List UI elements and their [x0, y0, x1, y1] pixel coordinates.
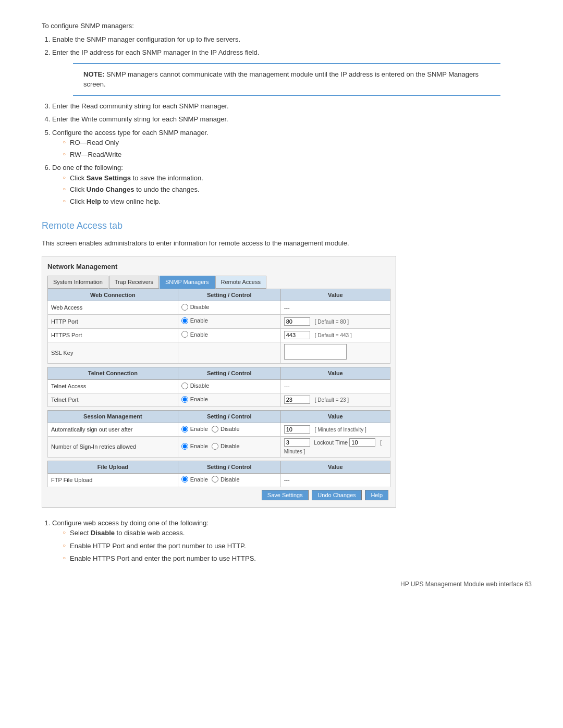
https-port-input[interactable]: [284, 331, 310, 339]
http-port-row: HTTP Port Enable [ Default = 80 ]: [48, 315, 390, 328]
step-2: Enter the IP address for each SNMP manag…: [52, 47, 532, 58]
tab-system-information[interactable]: System Information: [47, 276, 108, 289]
file-upload-col-value-header: Value: [280, 461, 390, 474]
panel-title: Network Management: [47, 262, 390, 272]
step6-sub-2: Click Undo Changes to undo the changes.: [63, 184, 532, 195]
ftp-upload-disable-radio[interactable]: [212, 476, 218, 483]
https-port-enable-radio[interactable]: [181, 331, 188, 338]
auto-signout-disable-radio[interactable]: [212, 426, 218, 433]
session-management-table: Session Management Setting / Control Val…: [47, 410, 390, 458]
ssl-key-textarea[interactable]: [284, 344, 347, 360]
section-description: This screen enables administrators to en…: [42, 238, 532, 249]
bottom-sub-list: Select Disable to disable web access. En…: [63, 528, 532, 564]
https-port-default: [ Default = 443 ]: [315, 332, 352, 338]
ftp-upload-setting: Enable Disable: [178, 473, 280, 487]
save-settings-button[interactable]: Save Settings: [262, 490, 309, 500]
ssl-key-row: SSL Key: [48, 342, 390, 364]
signin-retries-row: Number of Sign-In retries allowed Enable…: [48, 437, 390, 458]
auto-signout-input[interactable]: [284, 425, 310, 434]
telnet-col-setting-header: Setting / Control: [178, 367, 280, 380]
file-upload-col-setting-header: Setting / Control: [178, 461, 280, 474]
http-port-label: HTTP Port: [48, 315, 178, 328]
page-footer: HP UPS Management Module web interface 6…: [42, 579, 532, 589]
step-5: Configure the access type for each SNMP …: [52, 128, 532, 160]
bottom-step-1: Configure web access by doing one of the…: [52, 518, 532, 564]
auto-signout-hint: [ Minutes of Inactivity ]: [315, 427, 366, 433]
https-port-value: [ Default = 443 ]: [280, 328, 390, 342]
telnet-port-value: [ Default = 23 ]: [280, 393, 390, 407]
step-6: Do one of the following: Click Save Sett…: [52, 163, 532, 206]
ssl-key-label: SSL Key: [48, 342, 178, 364]
signin-retries-setting: Enable Disable: [178, 437, 280, 458]
auto-signout-label: Automatically sign out user after: [48, 423, 178, 436]
web-connection-table: Web Connection Setting / Control Value W…: [47, 289, 390, 364]
telnet-port-enable-radio[interactable]: [181, 396, 188, 403]
button-row: Save Settings Undo Changes Help: [47, 487, 390, 502]
telnet-access-disable-radio[interactable]: [181, 382, 188, 389]
ssl-key-value: [280, 342, 390, 364]
col-value-header: Value: [280, 289, 390, 301]
file-upload-table: File Upload Setting / Control Value FTP …: [47, 461, 390, 487]
note-label: NOTE:: [83, 70, 104, 78]
ftp-upload-enable-radio[interactable]: [181, 476, 188, 483]
web-access-setting: Disable: [178, 301, 280, 315]
telnet-port-input[interactable]: [284, 396, 310, 404]
auto-signout-enable-radio[interactable]: [181, 426, 188, 433]
tab-remote-access[interactable]: Remote Access: [215, 276, 266, 289]
https-port-row: HTTPS Port Enable [ Default = 443 ]: [48, 328, 390, 342]
telnet-access-row: Telnet Access Disable ---: [48, 379, 390, 393]
auto-signout-value: [ Minutes of Inactivity ]: [280, 423, 390, 436]
signin-retries-value: Lockout Time [ Minutes ]: [280, 437, 390, 458]
http-port-input[interactable]: [284, 317, 310, 326]
web-access-disable-radio[interactable]: [181, 304, 188, 311]
ftp-upload-row: FTP File Upload Enable Disable ---: [48, 473, 390, 487]
bottom-sub-1: Select Disable to disable web access.: [63, 528, 532, 538]
http-port-setting: Enable: [178, 315, 280, 328]
tab-snmp-managers[interactable]: SNMP Managers: [160, 276, 215, 289]
step6-sub-3: Click Help to view online help.: [63, 196, 532, 207]
telnet-port-setting: Enable: [178, 393, 280, 407]
https-port-label: HTTPS Port: [48, 328, 178, 342]
network-management-panel: Network Management System Information Tr…: [42, 256, 396, 508]
session-col-value-header: Value: [280, 411, 390, 423]
telnet-access-value: ---: [280, 379, 390, 393]
telnet-port-default: [ Default = 23 ]: [315, 397, 349, 403]
undo-changes-button[interactable]: Undo Changes: [312, 490, 361, 500]
https-port-setting: Enable: [178, 328, 280, 342]
step-4: Enter the Write community string for eac…: [52, 114, 532, 125]
note-text: SNMP managers cannot communicate with th…: [83, 70, 479, 89]
step6-sub-1: Click Save Settings to save the informat…: [63, 173, 532, 183]
bottom-sub-2: Enable HTTP Port and enter the port numb…: [63, 541, 532, 551]
access-types-list: RO—Read Only RW—Read/Write: [63, 138, 532, 159]
help-button[interactable]: Help: [365, 490, 388, 500]
bottom-sub-3: Enable HTTPS Port and enter the port num…: [63, 553, 532, 564]
note-box: NOTE: SNMP managers cannot communicate w…: [73, 63, 500, 96]
signin-retries-enable-radio[interactable]: [181, 443, 188, 450]
telnet-port-label: Telnet Port: [48, 393, 178, 407]
signin-retries-disable-radio[interactable]: [212, 443, 218, 450]
telnet-access-setting: Disable: [178, 379, 280, 393]
remote-access-heading: Remote Access tab: [42, 219, 532, 233]
bottom-steps: Configure web access by doing one of the…: [42, 518, 532, 564]
telnet-access-label: Telnet Access: [48, 379, 178, 393]
ssl-key-setting: [178, 342, 280, 364]
web-access-value: ---: [280, 301, 390, 315]
http-port-default: [ Default = 80 ]: [315, 319, 349, 325]
signin-retries-input[interactable]: [284, 438, 310, 447]
tab-trap-receivers[interactable]: Trap Receivers: [109, 276, 159, 289]
ftp-upload-label: FTP File Upload: [48, 473, 178, 487]
intro-text: To configure SNMP managers:: [42, 21, 532, 31]
col-name-header: Web Connection: [48, 289, 178, 301]
signin-retries-label: Number of Sign-In retries allowed: [48, 437, 178, 458]
web-access-label: Web Access: [48, 301, 178, 315]
telnet-col-value-header: Value: [280, 367, 390, 380]
access-type-ro: RO—Read Only: [63, 138, 532, 148]
steps-list: Enable the SNMP manager configuration fo…: [52, 34, 532, 58]
http-port-enable-radio[interactable]: [181, 317, 188, 324]
access-type-rw: RW—Read/Write: [63, 150, 532, 160]
step6-sub-list: Click Save Settings to save the informat…: [63, 173, 532, 207]
lockout-time-input[interactable]: [349, 438, 375, 447]
file-upload-col-name-header: File Upload: [48, 461, 178, 474]
auto-signout-setting: Enable Disable: [178, 423, 280, 436]
session-col-name-header: Session Management: [48, 411, 178, 423]
